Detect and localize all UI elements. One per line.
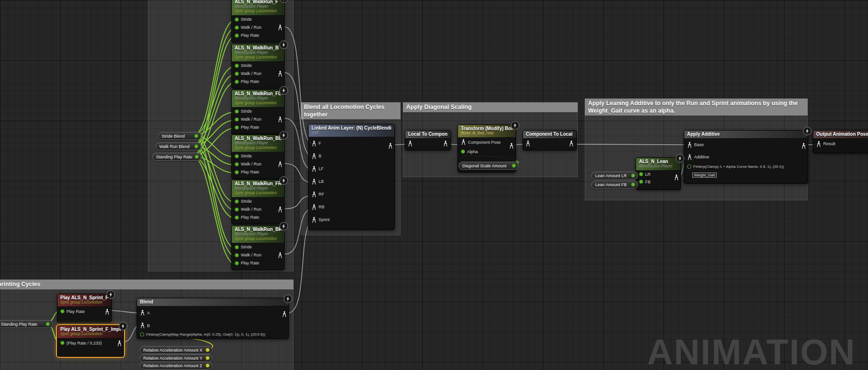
pin-play-rate[interactable]: Play Rate (232, 123, 284, 132)
pin-additive[interactable]: Additive (684, 151, 808, 163)
float-output-pin[interactable] (205, 363, 210, 368)
float-output-pin[interactable] (205, 348, 210, 352)
pose-output-pin[interactable] (278, 206, 283, 214)
pin-stride[interactable]: Stride (232, 62, 284, 70)
var-relative-acceleration-x[interactable]: Relative Acceleration Amount X (139, 346, 213, 354)
node-als-n-walkrun-fr[interactable]: ALS_N_WalkRun_FR Blendspace Player Sync … (231, 180, 285, 224)
var-diagonal-scale-amount[interactable]: Diagonal Scale Amount (459, 162, 519, 170)
fast-path-icon (279, 41, 288, 49)
pin-rb[interactable]: RB (309, 201, 394, 214)
pin-walk-run[interactable]: Walk / Run (232, 206, 284, 214)
pin-result[interactable]: Result (813, 139, 868, 149)
pin-lf[interactable]: LF (309, 163, 394, 175)
float-pin-icon (235, 199, 239, 204)
pin-stride[interactable]: Stride (232, 197, 284, 206)
pin-walk-run[interactable]: Walk / Run (232, 160, 284, 168)
pin-play-rate[interactable]: Play Rate (57, 307, 111, 316)
float-output-pin[interactable] (631, 182, 635, 187)
float-output-pin[interactable] (205, 356, 210, 360)
pin-walk-run[interactable]: Walk / Run (232, 24, 284, 32)
pin-stride[interactable]: Stride (232, 107, 284, 115)
pin-a[interactable]: A (137, 306, 288, 319)
float-output-pin[interactable] (194, 144, 198, 148)
pin-b[interactable]: B (137, 319, 288, 332)
pose-output-pin[interactable] (569, 140, 574, 147)
pin-alpha-expression[interactable]: FInterp(Clamp(-1 + Alpha Curve Name, 0.5… (684, 163, 808, 170)
pose-input-pin[interactable] (525, 140, 531, 147)
float-output-pin[interactable] (631, 173, 635, 178)
float-output-pin[interactable] (195, 155, 199, 159)
lightning-icon (121, 322, 125, 330)
pin-play-rate[interactable]: (Play Rate / 0.233) (57, 338, 123, 348)
pin-lb[interactable]: LB (309, 175, 394, 188)
pose-output-pin[interactable] (278, 70, 283, 79)
comment-title[interactable]: Apply Diagonal Scaling (403, 102, 578, 112)
pin-base[interactable]: Base (684, 139, 808, 151)
node-als-n-lean[interactable]: ALS_N_Lean Blendspace Player LR FB (636, 157, 681, 190)
node-als-n-walkrun-fl[interactable]: ALS_N_WalkRun_FL Blendspace Player Sync … (231, 90, 285, 134)
comment-title[interactable]: Sprinting Cycles (0, 280, 294, 289)
pin-alpha-expression[interactable]: FInterp(Clamp(Map Range(Alpha, in(0: 0.2… (137, 332, 288, 337)
animgraph-canvas[interactable]: Blend all Locomotion Cycles together App… (0, 0, 868, 370)
pose-output-pin[interactable] (801, 142, 806, 151)
pin-play-rate[interactable]: Play Rate (232, 168, 284, 176)
float-pin-icon (639, 172, 643, 176)
pose-output-pin[interactable] (278, 116, 283, 124)
node-component-to-local[interactable]: Component To Local (523, 130, 577, 150)
var-lean-amount-lr[interactable]: Lean Amount LR (591, 172, 638, 180)
node-apply-additive[interactable]: Apply Additive Base Additive FInterp(Cla… (684, 130, 808, 184)
node-als-n-walkrun-f[interactable]: ALS_N_WalkRun_F Blendspace Player Sync g… (231, 0, 285, 42)
float-output-pin[interactable] (512, 164, 516, 168)
pose-output-pin[interactable] (443, 140, 448, 147)
pose-output-pin[interactable] (117, 340, 122, 348)
pin-stride[interactable]: Stride (232, 152, 284, 160)
pin-sprint[interactable]: Sprint (309, 214, 394, 226)
node-output-animation-pose[interactable]: Output Animation Pose Result (813, 130, 868, 153)
pin-play-rate[interactable]: Play Rate (232, 78, 284, 86)
pin-walk-run[interactable]: Walk / Run (232, 70, 284, 78)
pin-walk-run[interactable]: Walk / Run (232, 115, 284, 123)
comment-title[interactable]: Apply Leaning Additive to only the Run a… (585, 99, 808, 115)
pin-f[interactable]: F (309, 137, 394, 150)
float-pin-icon (235, 117, 239, 122)
var-label: Relative Acceleration Amount X (143, 348, 203, 353)
pin-play-rate[interactable]: Play Rate (232, 32, 284, 40)
pose-output-pin[interactable] (105, 308, 110, 317)
node-play-als-n-sprint-f-impulse[interactable]: Play ALS_N_Sprint_F_Impulse Sync group L… (57, 325, 124, 357)
node-als-n-walkrun-bl[interactable]: ALS_N_WalkRun_BL Blendspace Player Sync … (231, 134, 285, 179)
var-standing-play-rate-2[interactable]: Standing Play Rate (0, 320, 53, 328)
pin-alpha[interactable]: Alpha (458, 147, 516, 156)
node-blend[interactable]: Blend A B FInterp(Clamp(Map Range(Alpha,… (137, 298, 289, 339)
float-output-pin[interactable] (46, 322, 50, 326)
float-output-pin[interactable] (194, 134, 198, 138)
pose-output-pin[interactable] (278, 24, 283, 33)
var-relative-acceleration-z[interactable]: Relative Acceleration Amount Z (139, 362, 213, 370)
pose-output-pin[interactable] (282, 311, 287, 319)
var-relative-acceleration-y[interactable]: Relative Acceleration Amount Y (139, 354, 213, 362)
var-lean-amount-fb[interactable]: Lean Amount FB (591, 181, 638, 189)
var-walk-run-blend[interactable]: Walk Run Blend (156, 142, 201, 150)
pose-output-pin[interactable] (278, 252, 283, 260)
pin-rf[interactable]: RF (309, 188, 394, 201)
node-linked-anim-layer[interactable]: Linked Anim Layer: (N) CycleBlending Sel… (308, 124, 395, 230)
pin-stride[interactable]: Stride (232, 243, 284, 251)
pose-input-pin[interactable] (408, 140, 413, 147)
pin-stride[interactable]: Stride (232, 16, 284, 24)
pin-play-rate[interactable]: Play Rate (232, 214, 284, 222)
pin-b[interactable]: B (309, 150, 394, 163)
pin-play-rate[interactable]: Play Rate (232, 259, 284, 267)
var-standing-play-rate[interactable]: Standing Play Rate (152, 153, 201, 161)
var-stride-blend[interactable]: Stride Blend (158, 132, 201, 140)
pose-pin-icon (311, 204, 317, 210)
node-local-to-component[interactable]: Local To Component (405, 130, 451, 150)
node-play-als-n-sprint-f[interactable]: Play ALS_N_Sprint_F Sync group Locomotio… (57, 294, 112, 322)
pose-output-pin[interactable] (388, 142, 393, 151)
pin-component-pose[interactable]: Component Pose (458, 138, 516, 147)
node-als-n-walkrun-br[interactable]: ALS_N_WalkRun_BR Blendspace Player Sync … (231, 225, 285, 270)
pose-output-pin[interactable] (509, 142, 514, 151)
pose-output-pin[interactable] (674, 174, 679, 182)
node-als-n-walkrun-b[interactable]: ALS_N_WalkRun_B Blendspace Player Sync g… (231, 44, 285, 89)
pin-walk-run[interactable]: Walk / Run (232, 251, 284, 259)
comment-title[interactable]: Blend all Locomotion Cycles together (301, 102, 401, 119)
pose-output-pin[interactable] (278, 161, 283, 169)
